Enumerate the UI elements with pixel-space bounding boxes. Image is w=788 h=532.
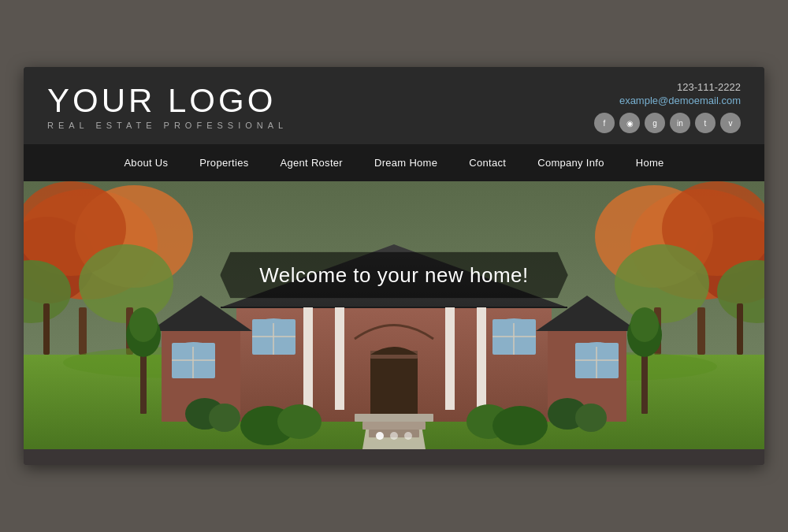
site-header: YOUR LOGO REAL ESTATE PROFESSIONAL 123-1… <box>24 67 764 144</box>
nav-dream-home[interactable]: Dream Home <box>359 144 453 181</box>
nav-agent-roster[interactable]: Agent Roster <box>265 144 359 181</box>
svg-rect-31 <box>335 307 344 410</box>
hero-background-svg <box>24 181 764 449</box>
svg-rect-33 <box>477 307 486 410</box>
browser-frame: YOUR LOGO REAL ESTATE PROFESSIONAL 123-1… <box>24 67 764 465</box>
vimeo-icon[interactable]: v <box>720 113 741 133</box>
slider-dot-1[interactable] <box>376 432 384 440</box>
svg-rect-16 <box>697 307 705 355</box>
svg-point-64 <box>630 307 659 342</box>
slider-dots <box>376 432 412 440</box>
svg-rect-49 <box>362 422 426 430</box>
slider-dot-2[interactable] <box>390 432 398 440</box>
svg-rect-17 <box>737 303 743 355</box>
svg-point-54 <box>492 406 548 445</box>
twitter-icon[interactable]: t <box>695 113 716 133</box>
svg-rect-8 <box>43 303 50 355</box>
google-icon[interactable]: g <box>645 113 665 133</box>
contact-email: example@demoemail.com <box>594 95 741 106</box>
nav-about-us[interactable]: About Us <box>108 144 184 181</box>
logo-area: YOUR LOGO REAL ESTATE PROFESSIONAL <box>47 84 288 130</box>
svg-point-56 <box>209 404 240 432</box>
linkedin-icon[interactable]: in <box>670 113 690 133</box>
svg-rect-34 <box>370 351 418 422</box>
svg-point-58 <box>575 404 607 432</box>
svg-point-52 <box>277 404 322 439</box>
logo-text: YOUR LOGO <box>47 84 288 117</box>
contact-area: 123-111-2222 example@demoemail.com f ◉ g… <box>594 81 741 133</box>
hero-section: Welcome to your new home! <box>24 181 764 449</box>
nav-company-info[interactable]: Company Info <box>522 144 620 181</box>
slider-dot-3[interactable] <box>404 432 412 440</box>
svg-point-15 <box>615 244 709 323</box>
bottom-strip <box>24 449 764 465</box>
navigation-bar: About Us Properties Agent Roster Dream H… <box>24 144 764 181</box>
nav-home[interactable]: Home <box>620 144 680 181</box>
feed-icon[interactable]: ◉ <box>619 113 640 133</box>
contact-phone: 123-111-2222 <box>594 81 741 93</box>
welcome-text: Welcome to your new home! <box>259 263 529 287</box>
svg-rect-7 <box>79 307 87 355</box>
nav-properties[interactable]: Properties <box>184 144 264 181</box>
social-icons-bar: f ◉ g in t v <box>594 113 741 133</box>
svg-rect-32 <box>445 307 455 410</box>
logo-subtitle: REAL ESTATE PROFESSIONAL <box>47 121 288 130</box>
svg-rect-48 <box>355 414 433 422</box>
svg-point-61 <box>129 307 158 342</box>
nav-contact[interactable]: Contact <box>453 144 522 181</box>
facebook-icon[interactable]: f <box>594 113 615 133</box>
welcome-banner: Welcome to your new home! <box>220 252 568 299</box>
svg-rect-30 <box>303 307 313 410</box>
